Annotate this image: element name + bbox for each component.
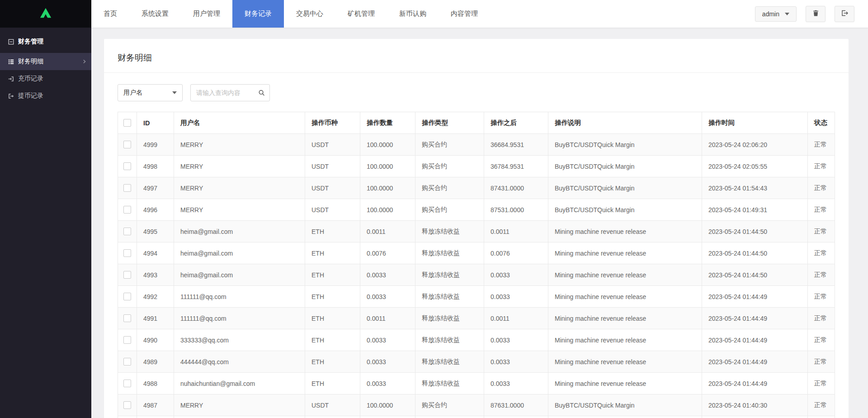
row-checkbox-cell [118,373,137,394]
panel-header: 财务明细 [104,39,849,73]
filter-field-select[interactable]: 用户名 [118,84,183,101]
cell-7: 2023-05-24 01:44:49 [702,351,808,373]
cell-8: 正常 [808,416,835,418]
sidebar-item-0[interactable]: 财务明细 [0,53,91,70]
row-checkbox[interactable] [123,380,131,387]
column-header-5: 操作之后 [484,112,548,134]
row-checkbox[interactable] [123,314,131,322]
cell-0: 4987 [137,394,174,416]
cell-1: 444444@qq.com [174,351,305,373]
cell-1: MERRY [174,199,305,221]
cell-6: Mining machine revenue release [548,308,702,329]
cell-3: 0.0011 [360,221,415,242]
table-row: 4987MERRYUSDT100.0000购买合约87631.0000BuyBT… [118,394,835,416]
cell-8: 正常 [808,373,835,394]
cell-2: ETH [305,329,360,351]
cell-2: USDT [305,134,360,156]
cell-3: 0.0076 [360,242,415,264]
topnav-tab-6[interactable]: 新币认购 [387,0,439,28]
cell-8: 正常 [808,264,835,286]
sidebar-section-finance[interactable]: 财务管理 [0,28,91,53]
search-icon[interactable] [258,90,265,96]
cell-7: 2023-05-24 01:44:49 [702,308,808,329]
row-checkbox[interactable] [123,249,131,257]
cell-7: 2023-05-24 01:49:31 [702,199,808,221]
column-header-2: 操作币种 [305,112,360,134]
cell-2: ETH [305,351,360,373]
cell-7: 2023-05-24 01:44:49 [702,373,808,394]
cell-8: 正常 [808,134,835,156]
cell-0: 4994 [137,242,174,264]
cell-5: 0.0076 [484,242,548,264]
table-row: 4997MERRYUSDT100.0000购买合约87431.0000BuyBT… [118,177,835,199]
cell-8: 正常 [808,221,835,242]
cell-2: USDT [305,177,360,199]
cell-1: heima@gmail.com [174,221,305,242]
row-checkbox[interactable] [123,206,131,214]
cell-6: Mining machine revenue release [548,286,702,308]
row-checkbox-cell [118,221,137,242]
trash-button[interactable] [806,6,826,22]
cell-6: Mining machine revenue release [548,242,702,264]
cell-4: 释放冻结收益 [415,264,484,286]
topnav-tab-1[interactable]: 系统设置 [129,0,181,28]
cell-7: 2023-05-24 01:54:43 [702,177,808,199]
cell-8: 正常 [808,242,835,264]
topnav-tab-2[interactable]: 用户管理 [181,0,232,28]
admin-dropdown[interactable]: admin [755,6,797,22]
cell-0: 4988 [137,373,174,394]
sign-in-icon [8,76,14,82]
sidebar-item-2[interactable]: 提币记录 [0,87,91,104]
row-checkbox[interactable] [123,336,131,344]
export-button[interactable] [835,6,854,22]
cell-7: 2023-02-04 09:59:02 [702,416,808,418]
row-checkbox[interactable] [123,401,131,409]
topnav-tab-3[interactable]: 财务记录 [232,0,284,28]
triangle-logo-icon [39,6,52,22]
topnav-tab-5[interactable]: 矿机管理 [335,0,387,28]
cell-7: 2023-05-24 01:44:50 [702,221,808,242]
row-checkbox[interactable] [123,228,131,235]
cell-2: ETH [305,264,360,286]
cell-5: 0.0033 [484,286,548,308]
cell-3: 0.0033 [360,286,415,308]
cell-8: 正常 [808,286,835,308]
sidebar: 财务管理 财务明细充币记录提币记录 [0,0,91,418]
cell-4: 购买合约 [415,177,484,199]
cell-4: 购买合约 [415,134,484,156]
cell-1: 111111@qq.com [174,286,305,308]
cell-8: 正常 [808,394,835,416]
topnav-tab-7[interactable]: 内容管理 [439,0,490,28]
cell-7: 2023-05-24 01:44:50 [702,242,808,264]
cell-6: BuyBTC/USDTQuick Margin [548,394,702,416]
select-all-checkbox[interactable] [123,119,131,127]
table-row: 4990333333@qq.comETH0.0033释放冻结收益0.0033Mi… [118,329,835,351]
cell-3: 100.0000 [360,177,415,199]
sidebar-item-1[interactable]: 充币记录 [0,70,91,87]
cell-1: 333333@qq.com [174,329,305,351]
row-checkbox[interactable] [123,162,131,170]
cell-6: Mining machine revenue release [548,416,702,418]
cell-2: ETH [305,221,360,242]
row-checkbox[interactable] [123,358,131,366]
sidebar-section-label: 财务管理 [18,38,43,46]
row-checkbox[interactable] [123,184,131,192]
cell-2: ETH [305,308,360,329]
cell-0: 4989 [137,351,174,373]
sidebar-item-label: 充币记录 [18,75,43,83]
cell-3: 100.0000 [360,156,415,177]
row-checkbox-cell [118,156,137,177]
row-checkbox[interactable] [123,141,131,148]
topnav-tab-0[interactable]: 首页 [91,0,129,28]
row-checkbox[interactable] [123,293,131,300]
cell-8: 正常 [808,308,835,329]
records-table: ID用户名操作币种操作数量操作类型操作之后操作说明操作时间状态 4999MERR… [118,112,835,418]
cell-6: Mining machine revenue release [548,221,702,242]
table-row: 4988nuhaichuntian@gmail.comETH0.0033释放冻结… [118,373,835,394]
cell-1: heima@gmail.com [174,264,305,286]
row-checkbox[interactable] [123,271,131,279]
cell-2: ETH [305,242,360,264]
cell-8: 正常 [808,156,835,177]
cell-4: 购买合约 [415,394,484,416]
topnav-tab-4[interactable]: 交易中心 [284,0,335,28]
